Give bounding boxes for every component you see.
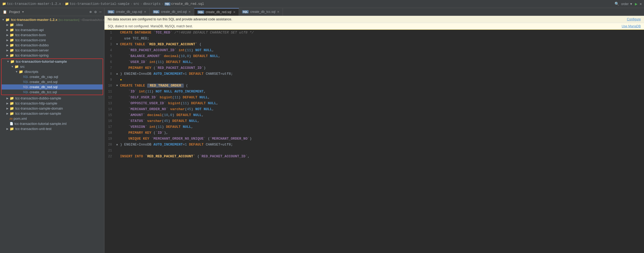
line-num-3: 3 xyxy=(104,42,115,47)
sidebar-item-pom[interactable]: ▶ m pom.xml xyxy=(0,116,104,121)
settings-icon[interactable]: ⚙ xyxy=(94,10,96,14)
code-line-20: 20 ▲ ) ENGINE=InnoDB AUTO_INCREMENT=1 DE… xyxy=(104,142,644,148)
locate-icon[interactable]: ⊕ xyxy=(89,10,92,14)
sidebar-item-src[interactable]: ▼ 📁 src xyxy=(2,64,103,69)
folder-icon-dubbo-sample: 📁 xyxy=(10,96,14,100)
line-content-17: `VERSION` int(11) DEFAULT NULL, xyxy=(119,124,644,130)
sidebar-item-dubbo-sample[interactable]: ▶ 📁 tcc-transaction-dubbo-sample xyxy=(0,96,104,101)
close-tab-tcc[interactable]: ✕ xyxy=(277,10,279,14)
tab-ord[interactable]: SQL create_db_ord.sql ✕ xyxy=(150,8,194,16)
line-content-6: `USER_ID` int(11) DEFAULT NULL, xyxy=(119,59,644,65)
code-line-2: 2 use TCC_RED; xyxy=(104,36,644,42)
sidebar-item-dubbo[interactable]: ▶ 📁 tcc-transaction-dubbo xyxy=(0,43,104,48)
label-dubbo: tcc-transaction-dubbo xyxy=(15,43,49,47)
line-content-22: INSERT INTO `RED_RED_PACKET_ACCOUNT` (`R… xyxy=(119,154,644,159)
arrow-http-sample: ▶ xyxy=(5,102,10,105)
line-num-13: 13 xyxy=(104,101,115,106)
line-content-8: ) ENGINE=InnoDB AUTO_INCREMENT=1 DEFAULT… xyxy=(119,71,644,77)
line-num-19: 19 xyxy=(104,136,115,142)
close-icon[interactable]: ✕ xyxy=(640,2,642,6)
line-num-5: 5 xyxy=(104,53,115,59)
folder-icon-src: 📁 xyxy=(14,65,19,69)
tab-tcc[interactable]: SQL create_db_tcc.sql ✕ xyxy=(239,8,283,16)
sidebar-item-red[interactable]: ▶ SQL create_db_red.sql xyxy=(2,84,103,90)
code-line-17: 17 `VERSION` int(11) DEFAULT NULL, xyxy=(104,124,644,130)
code-line-18: 18 PRIMARY KEY (`ID`), xyxy=(104,130,644,136)
breadcrumb-src-label: src xyxy=(133,2,139,6)
sidebar-item-iml[interactable]: ▶ 📄 tcc-transaction-tutorial-sample.iml xyxy=(0,121,104,126)
folder-icon-dbscripts: 📁 xyxy=(19,70,23,74)
sidebar-item-idea[interactable]: ▶ 📁 .idea xyxy=(0,22,104,27)
breadcrumb-tutorial[interactable]: 📁 tcc-transaction-tutorial-sample xyxy=(65,2,129,6)
close-tab-red[interactable]: ✕ xyxy=(233,10,235,14)
code-line-6: 6 `USER_ID` int(11) DEFAULT NULL, xyxy=(104,59,644,65)
line-content-16: `STATUS` varchar(45) DEFAULT NULL, xyxy=(119,118,644,124)
arrow-spring: ▶ xyxy=(5,54,10,57)
use-mariadb-link[interactable]: Use MariaDB xyxy=(622,24,641,28)
sql-badge-tcc: SQL xyxy=(242,10,249,13)
line-content-9: ● xyxy=(119,77,644,83)
close-tab-cap[interactable]: ✕ xyxy=(144,10,146,14)
sidebar-item-cap[interactable]: ▶ SQL create_db_cap.sql xyxy=(2,74,103,79)
code-line-19: 19 UNIQUE KEY `MERCHANT_ORDER_NO_UNIQUE`… xyxy=(104,136,644,142)
code-line-21: 21 xyxy=(104,148,644,154)
folder-icon-sample-domain: 📁 xyxy=(10,106,14,110)
sidebar-item-ord[interactable]: ▶ SQL create_db_ord.sql xyxy=(2,79,103,84)
breadcrumb-file[interactable]: SQL create_db_red.sql xyxy=(164,2,204,6)
sidebar-item-spring[interactable]: ▶ 📁 tcc-transaction-spring xyxy=(0,53,104,58)
sidebar-item-tcc[interactable]: ▶ SQL create_db_tcc.sql xyxy=(2,90,103,95)
sidebar-item-bom[interactable]: ▶ 📁 tcc-transaction-bom xyxy=(0,32,104,38)
sql-badge-ord: SQL xyxy=(153,10,160,13)
fold-3[interactable]: ▼ xyxy=(115,42,119,47)
label-bom: tcc-transaction-bom xyxy=(15,33,46,37)
folder-icon: 📁 xyxy=(2,2,6,6)
arrow-tutorial: ▼ xyxy=(6,60,10,63)
arrow-bom: ▶ xyxy=(5,34,10,36)
sidebar-item-server-sample[interactable]: ▶ 📁 tcc-transaction-server-sample xyxy=(0,111,104,116)
sidebar-item-core[interactable]: ▶ 📁 tcc-transaction-core xyxy=(0,38,104,43)
line-content-2: use TCC_RED; xyxy=(119,36,644,42)
sidebar-item-api[interactable]: ▶ 📁 tcc-transaction-api xyxy=(0,27,104,32)
breadcrumb-src[interactable]: src xyxy=(133,2,139,6)
fold-10[interactable]: ▼ xyxy=(115,83,119,89)
sidebar-item-http-sample[interactable]: ▶ 📁 tcc-transaction-http-sample xyxy=(0,101,104,106)
sidebar-item-server[interactable]: ▶ 📁 tcc-transaction-server xyxy=(0,48,104,53)
label-idea: .idea xyxy=(15,23,23,27)
breadcrumb-root[interactable]: 📁 tcc-transaction-master-1.2.x xyxy=(2,2,61,6)
order-dropdown[interactable]: order ▼ xyxy=(621,2,633,6)
project-dropdown-arrow[interactable]: ▼ xyxy=(22,10,24,14)
run-button[interactable]: ▶ xyxy=(635,1,638,7)
sidebar-item-tutorial[interactable]: ▼ 📁 tcc-transaction-tutorial-sample xyxy=(2,59,103,64)
sidebar-item-dbscripts[interactable]: ▼ 📁 dbscripts xyxy=(2,69,103,74)
root-folder-icon: 📁 xyxy=(5,18,10,22)
arrow-server-sample: ▶ xyxy=(5,112,10,115)
root-path: ~/Downloads/tcc-transaction-master-1.2.x xyxy=(80,18,104,21)
tab-cap-label: create_db_cap.sql xyxy=(116,10,142,14)
code-editor[interactable]: 1 CREATE DATABASE `TCC_RED` /*!40100 DEF… xyxy=(104,30,644,253)
top-bar: 📁 tcc-transaction-master-1.2.x › 📁 tcc-t… xyxy=(0,0,644,8)
tab-red[interactable]: SQL create_db_red.sql ✕ xyxy=(194,8,239,16)
minimize-icon[interactable]: — xyxy=(99,10,102,14)
tab-cap[interactable]: SQL create_db_cap.sql ✕ xyxy=(104,8,150,16)
line-num-8: 8 xyxy=(104,71,115,77)
arrow-dubbo: ▶ xyxy=(5,44,10,47)
search-icon[interactable]: 🔍 xyxy=(615,2,619,6)
sql-badge-red: SQL xyxy=(197,10,204,14)
line-num-9: 9 xyxy=(104,77,115,83)
tree-arrow: ▼ xyxy=(1,18,5,21)
project-icon: 📋 xyxy=(3,10,7,14)
close-tab-ord[interactable]: ✕ xyxy=(188,10,191,14)
code-line-22: 22 INSERT INTO `RED_RED_PACKET_ACCOUNT` … xyxy=(104,154,644,159)
tree-root[interactable]: ▼ 📁 tcc-transaction-master-1.2.x [tcc-tr… xyxy=(0,17,104,22)
configure-datasource-link[interactable]: Configure xyxy=(627,17,641,21)
label-red: create_db_red.sql xyxy=(30,85,58,89)
breadcrumb-dbscripts[interactable]: dbscripts xyxy=(143,2,160,6)
sidebar-item-sample-domain[interactable]: ▶ 📁 tcc-transaction-sample-domain xyxy=(0,106,104,111)
fold-20: ▲ xyxy=(115,142,119,148)
folder-icon-api: 📁 xyxy=(10,28,14,32)
line-content-4: `RED_PACKET_ACCOUNT_ID` int(11) NOT NULL… xyxy=(119,47,644,53)
line-content-5: `BALANCE_AMOUNT` decimal(10,0) DEFAULT N… xyxy=(119,53,644,59)
sidebar-item-unit-test[interactable]: ▶ 📁 tcc-transaction-unit-test xyxy=(0,126,104,131)
breadcrumb-dbscripts-label: dbscripts xyxy=(143,2,160,6)
code-line-16: 16 `STATUS` varchar(45) DEFAULT NULL, xyxy=(104,118,644,124)
